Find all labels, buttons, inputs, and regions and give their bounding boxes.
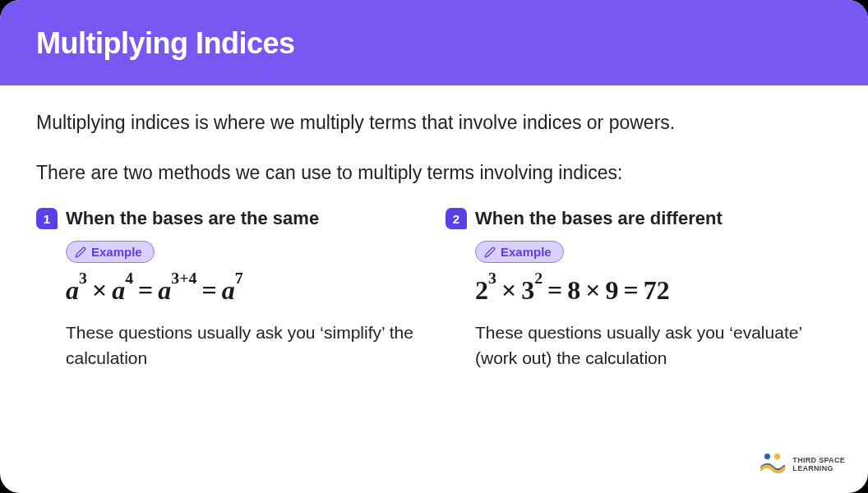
pencil-icon (75, 246, 86, 258)
example-label: Example (501, 245, 552, 259)
brand-text: THIRD SPACE LEARNING (792, 456, 845, 473)
page-title: Multiplying Indices (36, 26, 832, 61)
equation-same-base: a3×a4=a3+4=a7 (66, 274, 422, 306)
pencil-icon (484, 246, 496, 258)
number-badge: 1 (36, 208, 58, 229)
equation-different-base: 23×32=8×9=72 (475, 274, 832, 306)
number-badge: 2 (446, 208, 467, 229)
methods-columns: 1 When the bases are the same Example a3… (36, 208, 832, 371)
column-title-row: 1 When the bases are the same (36, 208, 422, 229)
example-label: Example (91, 245, 142, 259)
method-column-2: 2 When the bases are different Example 2… (446, 208, 832, 371)
brand-mark: THIRD SPACE LEARNING (760, 454, 845, 475)
brand-logo-icon (760, 454, 786, 475)
lesson-card: Multiplying Indices Multiplying indices … (0, 0, 868, 493)
intro-paragraph-2: There are two methods we can use to mult… (36, 159, 832, 187)
column-title: When the bases are the same (66, 208, 319, 229)
header-bar: Multiplying Indices (0, 0, 868, 85)
example-pill: Example (66, 241, 155, 263)
explanation-text: These questions usually ask you ‘evaluat… (475, 320, 832, 371)
explanation-text: These questions usually ask you ‘simplif… (66, 320, 422, 371)
example-pill: Example (475, 241, 564, 263)
intro-paragraph-1: Multiplying indices is where we multiply… (36, 108, 832, 137)
column-title: When the bases are different (475, 208, 723, 229)
column-title-row: 2 When the bases are different (446, 208, 832, 229)
method-column-1: 1 When the bases are the same Example a3… (36, 208, 422, 371)
content-area: Multiplying indices is where we multiply… (0, 85, 868, 387)
